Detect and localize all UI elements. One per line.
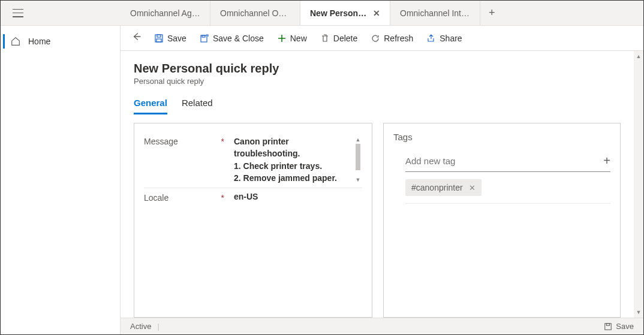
add-tag-row: + (405, 150, 610, 172)
nav-item-label: Home (28, 37, 50, 46)
share-icon (426, 34, 436, 43)
svg-rect-5 (605, 323, 612, 330)
textarea-scrollbar[interactable]: ▲ ▼ (354, 135, 362, 184)
trash-icon (320, 34, 330, 43)
label-text: Locale (144, 193, 168, 203)
add-tag-plus-icon[interactable]: + (603, 154, 610, 168)
tab-new-personal-quick-reply[interactable]: New Personal quick reply ✕ (300, 1, 390, 25)
page-title: New Personal quick reply (134, 62, 621, 76)
hamburger-menu-icon[interactable] (13, 9, 23, 17)
field-label: Locale * (144, 192, 234, 203)
message-input[interactable]: Canon printer troubleshooting. 1. Check … (234, 135, 362, 184)
field-label: Message * (144, 135, 234, 184)
content-scrollbar[interactable]: ▲ ▼ (634, 51, 643, 318)
remove-tag-icon[interactable]: ✕ (469, 183, 476, 192)
form-tab-strip: General Related (134, 98, 621, 114)
tab-label: Omnichannel Intra... (400, 8, 470, 18)
required-marker: * (221, 193, 224, 203)
scroll-down-icon: ▼ (636, 309, 642, 315)
scroll-up-icon: ▲ (356, 137, 361, 143)
cmd-label: New (290, 34, 307, 43)
plus-icon (277, 34, 287, 43)
svg-rect-4 (202, 35, 205, 37)
share-button[interactable]: Share (420, 29, 468, 48)
save-icon (154, 34, 164, 43)
back-button[interactable] (127, 31, 147, 45)
tags-panel: Tags + #canonprinter ✕ (383, 123, 621, 318)
scroll-thumb[interactable] (356, 144, 360, 170)
required-marker: * (221, 137, 224, 146)
form-content: New Personal quick reply Personal quick … (121, 51, 634, 318)
message-value: Canon printer troubleshooting. 1. Check … (234, 135, 350, 184)
tag-chip[interactable]: #canonprinter ✕ (405, 179, 482, 196)
form-tab-general[interactable]: General (134, 98, 167, 114)
back-arrow-icon (131, 31, 142, 42)
cmd-label: Refresh (384, 34, 413, 43)
new-button[interactable]: New (271, 29, 313, 48)
tags-title: Tags (393, 132, 610, 142)
save-icon (604, 322, 612, 331)
status-text: Active (130, 322, 151, 331)
save-button[interactable]: Save (148, 29, 192, 48)
tab-strip: Omnichannel Age... Omnichannel Ong... Ne… (121, 1, 643, 25)
general-panel: Message * Canon printer troubleshooting.… (134, 123, 372, 318)
scroll-up-icon: ▲ (636, 53, 642, 59)
label-text: Message (144, 137, 178, 146)
page-subtitle: Personal quick reply (134, 77, 621, 86)
chip-label: #canonprinter (411, 183, 463, 192)
home-icon (10, 36, 21, 47)
command-bar: Save Save & Close New Delete Refresh (121, 26, 643, 51)
cmd-label: Share (440, 34, 462, 43)
svg-rect-6 (607, 323, 610, 325)
add-tag-input[interactable] (405, 156, 603, 166)
field-locale: Locale * en-US (144, 188, 362, 206)
left-nav: Home (1, 26, 121, 334)
refresh-icon (371, 34, 380, 43)
svg-rect-2 (157, 39, 161, 42)
refresh-button[interactable]: Refresh (365, 29, 419, 48)
scroll-down-icon: ▼ (356, 177, 361, 183)
nav-item-home[interactable]: Home (1, 29, 120, 53)
add-tab-button[interactable]: + (480, 1, 504, 25)
tab-label: Omnichannel Ong... (220, 8, 290, 18)
footer-save-button[interactable]: Save (604, 322, 634, 331)
cmd-label: Delete (333, 34, 357, 43)
tab-omnichannel-ongoing[interactable]: Omnichannel Ong... (210, 1, 300, 25)
tab-label: New Personal quick reply (310, 8, 367, 18)
delete-button[interactable]: Delete (314, 29, 363, 48)
locale-input[interactable]: en-US (234, 192, 362, 203)
footer-save-label: Save (616, 322, 634, 331)
status-bar: Active | Save (121, 318, 643, 334)
form-tab-related[interactable]: Related (182, 98, 213, 114)
save-close-icon (200, 34, 209, 43)
cmd-label: Save (167, 34, 186, 43)
tab-label: Omnichannel Age... (130, 8, 200, 18)
locale-value: en-US (234, 192, 258, 201)
field-message: Message * Canon printer troubleshooting.… (144, 132, 362, 188)
tag-chip-list: #canonprinter ✕ (405, 179, 610, 204)
separator: | (157, 322, 159, 331)
tab-omnichannel-agent[interactable]: Omnichannel Age... (121, 1, 210, 25)
cmd-label: Save & Close (213, 34, 264, 43)
svg-rect-1 (157, 35, 161, 37)
close-tab-icon[interactable]: ✕ (373, 8, 380, 18)
save-close-button[interactable]: Save & Close (194, 29, 270, 48)
tab-omnichannel-intraday[interactable]: Omnichannel Intra... (390, 1, 480, 25)
